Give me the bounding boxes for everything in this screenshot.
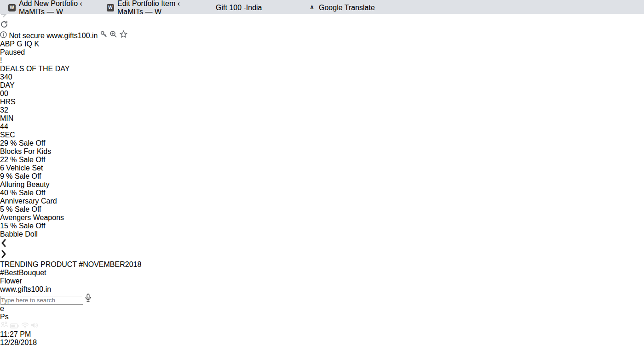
deals-heading: DEALS OF THE DAY [0,65,644,73]
profile-sync-paused-chip[interactable]: Paused [0,48,644,57]
trending-heading: TRENDING PRODUCT #NOVEMBER2018 [0,260,644,269]
tab-gift100-active[interactable]: Gift 100 -India [201,1,302,14]
sale-badge: 9 % Sale Off [0,172,644,181]
countdown-sec: 44 SEC [0,123,644,139]
best-bouquet-banner[interactable]: #BestBouquet Flower [0,269,644,285]
countdown-label: HRS [0,98,644,106]
clock-date: 12/28/2018 [0,339,644,347]
sale-badge: 5 % Sale Off [0,205,644,214]
product-name[interactable]: Babbie Doll [0,230,644,238]
sale-badge: 22 % Sale Off [0,156,644,164]
screen: W Add New Portfolio ‹ MaMITs — W W Edit … [0,0,644,362]
chevron-right-icon [0,249,7,259]
countdown-value: 340 [0,73,644,81]
product-card[interactable]: 22 % Sale Off 6 Vehicle Set [0,156,644,172]
keepa-extension-icon[interactable]: K [34,40,39,48]
security-label: Not secure [9,32,44,40]
tab-title: Gift 100 -India [216,4,262,12]
deal-countdown: 340 DAY 00 HRS 32 MIN 44 SEC [0,73,644,139]
tab-title: Add New Portfolio ‹ MaMITs — W [19,0,98,16]
tab-title: Edit Portfolio Item ‹ MaMITs — W [117,0,196,16]
product-card[interactable]: 29 % Sale Off Blocks For Kids [0,139,644,156]
sync-paused-label: Paused [0,48,25,56]
windows-taskbar: e Ps 11:27 PM 12/28/2018 [0,294,644,347]
link-status-tooltip: www.gifts100.in [0,285,644,294]
address-bar[interactable]: Not secure www.gifts100.in [0,30,644,40]
system-tray: 11:27 PM 12/28/2018 [0,321,644,347]
countdown-label: MIN [0,114,644,123]
translate-favicon-icon: A [308,4,316,11]
password-key-icon[interactable] [100,30,108,38]
search-input[interactable] [0,296,83,305]
wordpress-favicon-icon: W [107,4,114,11]
carousel-prev-button[interactable] [0,238,644,249]
microphone-icon[interactable] [85,296,91,304]
edge-icon: e [0,305,4,312]
sale-badge: 15 % Sale Off [0,222,644,230]
sale-badge: 29 % Sale Off [0,139,644,147]
profile-avatar[interactable] [27,48,34,56]
browser-tab-bar: W Add New Portfolio ‹ MaMITs — W W Edit … [0,0,644,14]
web-page: DEALS OF THE DAY 340 DAY 00 HRS 32 MIN 4… [0,65,644,294]
battery-icon[interactable] [10,322,21,330]
countdown-value: 44 [0,123,644,131]
countdown-value: 00 [0,90,644,98]
photoshop-icon: Ps [0,313,9,321]
wifi-icon[interactable] [21,322,31,330]
product-card[interactable]: 5 % Sale Off Avengers Weapons [0,205,644,222]
people-icon[interactable] [0,322,10,330]
warning-badge-icon[interactable]: ! [0,57,644,65]
chevron-left-icon [0,238,7,248]
product-name[interactable]: Avengers Weapons [0,214,644,222]
clock-time: 11:27 PM [0,330,644,339]
countdown-label: DAY [0,81,644,90]
product-name[interactable]: Blocks For Kids [0,147,644,156]
banner-line-2: Flower [0,277,644,285]
product-name[interactable]: Alluring Beauty [0,181,644,189]
tray-clock[interactable]: 11:27 PM 12/28/2018 [0,330,644,347]
tab-google-translate[interactable]: A Google Translate [304,1,401,14]
bookmark-star-icon[interactable] [120,30,127,38]
tab-edit-portfolio-item[interactable]: W Edit Portfolio Item ‹ MaMITs — W [102,1,200,14]
countdown-label: SEC [0,131,644,139]
product-card[interactable]: 40 % Sale Off Anniversary Card [0,189,644,205]
taskbar-search-box[interactable] [0,294,644,305]
product-card[interactable]: 15 % Sale Off Babbie Doll [0,222,644,238]
extensions-row: ABP G IQ K [0,40,644,48]
adblock-plus-extension-icon[interactable]: ABP [0,40,15,48]
countdown-hrs: 00 HRS [0,90,644,106]
tab-title: Google Translate [319,4,375,12]
banner-line-1: #BestBouquet [0,269,644,277]
countdown-min: 32 MIN [0,106,644,123]
product-name[interactable]: 6 Vehicle Set [0,164,644,172]
countdown-value: 32 [0,106,644,114]
url-text[interactable]: www.gifts100.in [46,32,98,40]
iq-extension-icon[interactable]: IQ [24,40,32,48]
info-icon[interactable] [0,31,7,38]
photoshop-button[interactable]: Ps [0,313,644,321]
product-name[interactable]: Anniversary Card [0,197,644,205]
product-card[interactable]: 9 % Sale Off Alluring Beauty [0,172,644,189]
tab-add-new-portfolio[interactable]: W Add New Portfolio ‹ MaMITs — W [4,1,101,14]
grammarly-extension-icon[interactable]: G [17,40,22,48]
wordpress-favicon-icon: W [8,4,16,11]
edge-button[interactable]: e [0,305,644,313]
zoom-icon[interactable] [109,30,117,38]
deals-carousel: 29 % Sale Off Blocks For Kids 22 % Sale … [0,139,644,238]
countdown-day: 340 DAY [0,73,644,90]
sale-badge: 40 % Sale Off [0,189,644,197]
volume-icon[interactable] [31,322,38,330]
reload-button[interactable] [0,20,644,30]
carousel-next-button[interactable] [0,249,644,260]
gift100-favicon-icon [205,4,213,11]
